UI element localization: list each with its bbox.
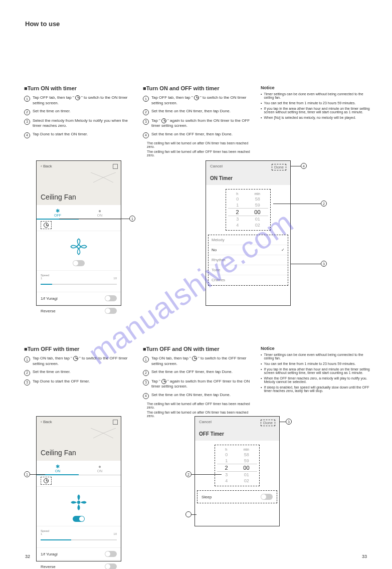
step-number: 1 <box>24 96 30 102</box>
reverse-toggle[interactable] <box>105 308 117 314</box>
calendar-icon[interactable] <box>113 420 118 425</box>
note-item: •You can set the time from 1 minute to 2… <box>261 362 371 365</box>
back-button[interactable]: ‹ Back <box>41 420 117 424</box>
clock-icon <box>44 223 49 228</box>
step: 1 Tap ON tab, then tap "" to switch to t… <box>143 356 253 366</box>
step: 4 Tap Done to start the ON timer. <box>24 132 134 138</box>
step: 3 Tap Done to start the OFF timer. <box>24 379 134 386</box>
step: 1 Tap ON tab, then tap "" to switch to t… <box>24 356 134 366</box>
yuragi-toggle[interactable] <box>105 551 117 557</box>
cancel-button[interactable]: Cancel <box>210 164 223 170</box>
speed-slider[interactable] <box>41 536 117 543</box>
timer-title: ON Timer <box>206 173 290 185</box>
page-title: How to use <box>25 20 60 28</box>
tab-off[interactable]: ✱OFF <box>37 205 79 219</box>
sleep-label: Sleep <box>202 495 212 499</box>
tab-on-left[interactable]: ✱ON <box>37 461 79 475</box>
svg-point-4 <box>77 245 80 248</box>
tab-on[interactable]: ●ON <box>79 205 121 219</box>
done-button[interactable]: Done <box>261 420 275 426</box>
step: 2 Set the time on the ON timer, then tap… <box>143 109 253 115</box>
note: The ceiling fan will be turned off after… <box>147 150 253 157</box>
step-number: 1 <box>143 96 149 102</box>
section-title-on: ■Turn ON with timer <box>24 85 134 91</box>
step: 1 Tap OFF tab, then tap "" to switch to … <box>24 95 134 106</box>
step: 3 Tap "" again to switch from the ON tim… <box>143 118 253 129</box>
calendar-icon[interactable] <box>113 164 118 169</box>
fan-display-icon <box>68 236 89 257</box>
clock-icon <box>161 118 166 123</box>
page-number-right: 33 <box>362 554 367 559</box>
step-number: 4 <box>24 132 30 138</box>
timer-icon-highlighted[interactable] <box>41 477 52 485</box>
section-title-onoff: ■Turn ON and OFF with timer <box>143 85 253 91</box>
fan-display-icon <box>68 492 89 513</box>
power-toggle[interactable] <box>73 516 85 522</box>
time-picker[interactable]: hmin 058 159 200 301 402 <box>226 189 271 231</box>
melody-picker[interactable]: Melody No✓ Rhythm Tone Chimes <box>208 235 288 286</box>
callout-3: 3 <box>286 419 292 425</box>
device-title: Ceiling Fan <box>37 191 121 205</box>
fan-decoration <box>88 426 118 441</box>
step-number: 2 <box>143 109 149 115</box>
timer-title: OFF Timer <box>195 429 279 441</box>
step: 4 Set the time on the ON timer, then tap… <box>143 393 253 399</box>
svg-line-6 <box>103 428 116 433</box>
callout-1: 1 <box>129 216 135 222</box>
svg-line-0 <box>91 172 103 177</box>
step-number: 4 <box>143 132 149 138</box>
sleep-toggle[interactable] <box>261 494 273 500</box>
note-item: •Timer settings can be done even without… <box>261 353 371 360</box>
reverse-toggle[interactable] <box>105 563 117 569</box>
svg-line-2 <box>93 177 103 182</box>
fan-decoration <box>88 170 118 185</box>
yuragi-toggle[interactable] <box>105 295 117 301</box>
step: 4 Set the time on the OFF timer, then ta… <box>143 132 253 138</box>
svg-line-7 <box>93 433 103 438</box>
notice-heading: Notice <box>261 85 371 90</box>
step-number: 1 <box>24 356 30 362</box>
note-item: •If you tap in the area other than hour … <box>261 367 371 374</box>
step-number: 2 <box>24 370 30 376</box>
note-item: •If sleep is enabled, fan speed will gra… <box>261 386 371 393</box>
svg-line-5 <box>91 428 103 433</box>
svg-line-3 <box>103 177 113 182</box>
callout-sleep <box>185 511 191 517</box>
timer-icon-highlighted[interactable] <box>41 221 52 229</box>
done-button[interactable]: Done <box>272 164 286 170</box>
svg-line-8 <box>103 433 113 438</box>
note-item: •If you tap in the area other than hour … <box>261 107 371 114</box>
back-button[interactable]: ‹ Back <box>41 164 117 168</box>
note-item: •When the OFF timer reaches zero, a melo… <box>261 376 371 384</box>
step: 3 Tap "" again to switch from the OFF ti… <box>143 379 253 390</box>
step-number: 3 <box>143 380 149 386</box>
clock-icon <box>194 95 199 100</box>
step-number: 3 <box>24 380 30 386</box>
tab-on-right[interactable]: ●ON <box>79 461 121 475</box>
note: The ceiling fan will be turned on after … <box>147 141 253 148</box>
step: 2 Set the time on the OFF timer, then ta… <box>143 369 253 376</box>
phone-mockup-off-timer: Cancel Done OFF Timer hmin 058 159 200 3… <box>194 416 280 526</box>
section-title-off: ■Turn OFF with timer <box>24 346 134 352</box>
step-number: 2 <box>143 370 149 376</box>
reverse-label: Reverse <box>41 564 56 569</box>
clock-icon <box>161 379 166 384</box>
svg-point-9 <box>77 501 80 504</box>
yuragi-label: 1/f Yuragi <box>41 552 58 556</box>
clock-icon <box>44 478 49 483</box>
clock-icon <box>192 356 197 361</box>
reverse-label: Reverse <box>41 309 56 313</box>
cancel-button[interactable]: Cancel <box>199 420 212 426</box>
step: 3 Select the melody from Melody to notif… <box>24 118 134 129</box>
svg-line-1 <box>103 172 116 177</box>
step-number: 2 <box>24 109 30 115</box>
speed-slider[interactable] <box>41 281 117 288</box>
callout-2: 2 <box>321 201 327 207</box>
time-picker[interactable]: hmin 058 159 200 301 402 <box>215 445 260 486</box>
callout-3: 3 <box>321 261 327 267</box>
power-toggle[interactable] <box>73 260 85 266</box>
bulb-icon: ● <box>79 464 121 469</box>
step: 2 Set the time on timer. <box>24 109 134 115</box>
step: 1 Tap OFF tab, then tap "" to switch to … <box>143 95 253 106</box>
section-title-offon: ■Turn OFF and ON with timer <box>143 346 253 352</box>
